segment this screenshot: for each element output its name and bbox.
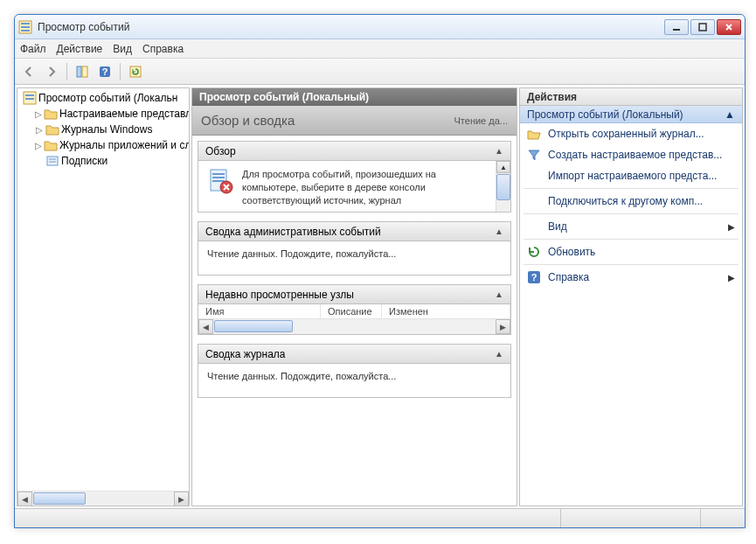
svg-rect-16 bbox=[212, 173, 225, 175]
action-import-custom-label: Импорт настраиваемого предста... bbox=[548, 170, 717, 182]
section-log-summary: Сводка журнала ▲ Чтение данных. Подождит… bbox=[198, 344, 511, 398]
tree-custom-views[interactable]: ▷ Настраиваемые представле bbox=[17, 106, 189, 122]
scroll-right-icon[interactable]: ▶ bbox=[174, 492, 189, 506]
tree-subscriptions[interactable]: Подписки bbox=[17, 153, 189, 169]
show-tree-button[interactable] bbox=[72, 61, 93, 82]
status-cell bbox=[701, 509, 745, 527]
tree-app-logs[interactable]: ▷ Журналы приложений и сл bbox=[17, 137, 189, 153]
open-folder-icon bbox=[527, 127, 541, 141]
scroll-right-icon[interactable]: ▶ bbox=[496, 319, 510, 334]
status-cell bbox=[561, 509, 701, 527]
collapse-icon[interactable]: ▲ bbox=[495, 146, 503, 156]
action-open-saved[interactable]: Открыть сохраненный журнал... bbox=[520, 123, 742, 144]
menu-help[interactable]: Справка bbox=[142, 43, 184, 55]
expander-icon[interactable]: ▷ bbox=[35, 109, 42, 118]
menu-view[interactable]: Вид bbox=[113, 43, 132, 55]
scroll-left-icon[interactable]: ◀ bbox=[198, 319, 213, 334]
scroll-left-icon[interactable]: ◀ bbox=[17, 492, 32, 506]
scroll-thumb[interactable] bbox=[214, 320, 293, 332]
maximize-button[interactable] bbox=[690, 19, 715, 35]
statusbar bbox=[15, 508, 745, 527]
svg-rect-18 bbox=[212, 180, 225, 182]
blank-icon bbox=[527, 169, 541, 183]
action-connect[interactable]: Подключиться к другому комп... bbox=[520, 191, 742, 212]
svg-rect-2 bbox=[21, 26, 30, 28]
section-nodes-heading: Недавно просмотренные узлы bbox=[205, 289, 354, 301]
minimize-button[interactable] bbox=[664, 19, 689, 35]
svg-rect-17 bbox=[212, 177, 225, 178]
tree-subscriptions-label: Подписки bbox=[61, 155, 108, 167]
action-create-custom[interactable]: Создать настраиваемое представ... bbox=[520, 144, 742, 165]
toolbar-separator bbox=[66, 63, 67, 80]
action-refresh[interactable]: Обновить bbox=[520, 241, 742, 262]
tree-pane: Просмотр событий (Локальн ▷ Настраиваемы… bbox=[17, 87, 190, 506]
action-open-saved-label: Открыть сохраненный журнал... bbox=[548, 128, 704, 140]
filter-icon bbox=[527, 148, 541, 162]
svg-rect-5 bbox=[699, 24, 706, 31]
tree-hscrollbar[interactable]: ◀ ▶ bbox=[17, 491, 189, 506]
actions-title-bar[interactable]: Просмотр событий (Локальный) ▲ bbox=[520, 106, 742, 123]
separator bbox=[524, 213, 739, 214]
tree-custom-views-label: Настраиваемые представле bbox=[59, 108, 189, 120]
action-help[interactable]: ? Справка ▶ bbox=[520, 267, 742, 288]
toolbar-separator bbox=[120, 63, 121, 80]
action-refresh-label: Обновить bbox=[548, 246, 595, 258]
submenu-arrow-icon: ▶ bbox=[728, 222, 735, 232]
help-button[interactable]: ? bbox=[94, 61, 115, 82]
menu-action[interactable]: Действие bbox=[57, 43, 103, 55]
overview-status: Чтение да... bbox=[454, 115, 508, 126]
action-view-label: Вид bbox=[548, 220, 567, 233]
section-log-header[interactable]: Сводка журнала ▲ bbox=[198, 345, 510, 364]
forward-button[interactable] bbox=[41, 61, 62, 82]
svg-text:?: ? bbox=[531, 272, 538, 282]
svg-rect-12 bbox=[25, 94, 34, 96]
back-button[interactable] bbox=[18, 61, 39, 82]
section-recent-nodes: Недавно просмотренные узлы ▲ Имя Описани… bbox=[198, 284, 511, 335]
section-admin-summary: Сводка административных событий ▲ Чтение… bbox=[198, 221, 511, 275]
overview-title: Обзор и сводка bbox=[201, 113, 295, 128]
refresh-tree-button[interactable] bbox=[125, 61, 146, 82]
nodes-hscrollbar[interactable]: ◀ ▶ bbox=[198, 319, 510, 334]
refresh-icon bbox=[527, 245, 541, 259]
log-summary-text: Чтение данных. Подождите, пожалуйста... bbox=[207, 371, 396, 381]
titlebar[interactable]: Просмотр событий bbox=[15, 15, 745, 39]
center-body: Обзор ▲ Для просмотра событий, произошед… bbox=[192, 136, 517, 506]
action-import-custom[interactable]: Импорт настраиваемого предста... bbox=[520, 165, 742, 186]
collapse-icon[interactable]: ▲ bbox=[495, 289, 503, 299]
section-nodes-header[interactable]: Недавно просмотренные узлы ▲ bbox=[198, 285, 510, 304]
collapse-icon[interactable]: ▲ bbox=[495, 349, 503, 359]
expander-icon[interactable]: ▷ bbox=[35, 125, 44, 134]
overview-vscrollbar[interactable]: ▲ bbox=[496, 161, 510, 212]
col-desc[interactable]: Описание bbox=[321, 304, 382, 318]
collapse-icon[interactable]: ▲ bbox=[725, 108, 735, 121]
center-pane: Просмотр событий (Локальный) Обзор и сво… bbox=[191, 87, 517, 506]
toolbar: ? bbox=[15, 59, 745, 85]
center-header-label: Просмотр событий (Локальный) bbox=[199, 91, 369, 103]
tree-body[interactable]: Просмотр событий (Локальн ▷ Настраиваемы… bbox=[17, 88, 189, 491]
col-name[interactable]: Имя bbox=[198, 304, 321, 318]
scroll-up-icon[interactable]: ▲ bbox=[496, 161, 510, 173]
folder-icon bbox=[44, 138, 58, 152]
expander-placeholder bbox=[35, 157, 44, 165]
menu-file[interactable]: Файл bbox=[20, 43, 46, 55]
separator bbox=[524, 188, 739, 189]
col-modified[interactable]: Изменен bbox=[382, 304, 510, 318]
tree-windows-logs[interactable]: ▷ Журналы Windows bbox=[17, 122, 189, 137]
action-view[interactable]: Вид ▶ bbox=[520, 216, 742, 237]
scroll-thumb[interactable] bbox=[33, 492, 86, 505]
expander-icon[interactable]: ▷ bbox=[35, 141, 42, 150]
section-admin-header[interactable]: Сводка административных событий ▲ bbox=[198, 222, 510, 241]
svg-rect-13 bbox=[25, 98, 34, 100]
close-button[interactable] bbox=[717, 19, 741, 35]
tree-root[interactable]: Просмотр событий (Локальн bbox=[17, 90, 189, 106]
blank-icon bbox=[527, 220, 541, 234]
menubar: Файл Действие Вид Справка bbox=[15, 39, 745, 59]
section-overview-header[interactable]: Обзор ▲ bbox=[198, 142, 510, 161]
svg-rect-14 bbox=[47, 157, 58, 165]
collapse-icon[interactable]: ▲ bbox=[495, 227, 503, 236]
section-log-heading: Сводка журнала bbox=[205, 348, 286, 360]
folder-icon bbox=[45, 122, 59, 136]
app-window: Просмотр событий Файл Действие Вид Справ… bbox=[14, 14, 746, 528]
scroll-thumb[interactable] bbox=[496, 174, 510, 200]
actions-pane: Действия Просмотр событий (Локальный) ▲ … bbox=[519, 87, 743, 506]
